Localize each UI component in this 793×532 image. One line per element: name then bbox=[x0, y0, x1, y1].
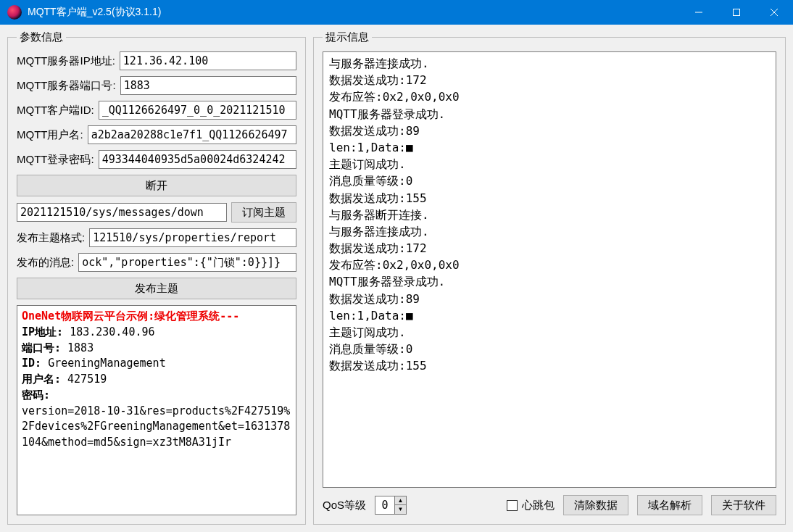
titlebar: MQTT客户端_v2.5(协议3.1.1) bbox=[0, 0, 793, 25]
server-port-label: MQTT服务器端口号: bbox=[17, 79, 116, 93]
qos-down-icon[interactable]: ▼ bbox=[394, 505, 406, 514]
client-id-input[interactable] bbox=[99, 101, 296, 120]
qos-spinner[interactable]: 0 ▲ ▼ bbox=[375, 496, 407, 515]
subscribe-button[interactable]: 订阅主题 bbox=[231, 202, 296, 223]
close-button[interactable] bbox=[755, 0, 793, 25]
publish-button[interactable]: 发布主题 bbox=[17, 278, 296, 299]
window-title: MQTT客户端_v2.5(协议3.1.1) bbox=[28, 6, 680, 19]
heartbeat-label: 心跳包 bbox=[522, 499, 555, 512]
minimize-button[interactable] bbox=[680, 0, 718, 25]
qos-up-icon[interactable]: ▲ bbox=[394, 496, 406, 505]
example-id-label: ID: bbox=[22, 357, 41, 370]
bottom-bar: QoS等级 0 ▲ ▼ 心跳包 清除数据 域名解析 关于软件 bbox=[323, 495, 776, 515]
client-id-label: MQTT客户端ID: bbox=[17, 104, 94, 117]
disconnect-button[interactable]: 断开 bbox=[17, 175, 296, 196]
example-title: OneNet物联网云平台示例:绿化管理系统--- bbox=[22, 309, 239, 323]
example-pwd-label: 密码: bbox=[22, 388, 50, 402]
minimize-icon bbox=[694, 8, 703, 17]
example-user: 427519 bbox=[67, 373, 107, 386]
username-label: MQTT用户名: bbox=[17, 128, 83, 142]
about-button[interactable]: 关于软件 bbox=[711, 495, 776, 515]
params-legend: 参数信息 bbox=[17, 30, 66, 44]
params-panel: 参数信息 MQTT服务器IP地址: MQTT服务器端口号: MQTT客户端ID:… bbox=[7, 30, 306, 525]
log-textarea[interactable]: 与服务器连接成功. 数据发送成功:172 发布应答:0x2,0x0,0x0 MQ… bbox=[323, 51, 776, 488]
password-label: MQTT登录密码: bbox=[17, 153, 94, 167]
checkbox-icon bbox=[507, 500, 518, 511]
qos-label: QoS等级 bbox=[323, 499, 366, 512]
example-port: 1883 bbox=[67, 341, 94, 354]
svg-rect-1 bbox=[734, 9, 740, 16]
maximize-icon bbox=[732, 8, 741, 17]
app-icon bbox=[7, 5, 22, 20]
username-input[interactable] bbox=[88, 125, 296, 144]
server-port-input[interactable] bbox=[120, 76, 296, 95]
publish-topic-label: 发布主题格式: bbox=[17, 231, 85, 245]
password-input[interactable] bbox=[99, 150, 296, 169]
example-user-label: 用户名: bbox=[22, 373, 61, 386]
qos-value: 0 bbox=[375, 499, 394, 512]
example-port-label: 端口号: bbox=[22, 341, 61, 354]
example-ip: 183.230.40.96 bbox=[70, 325, 154, 338]
server-ip-label: MQTT服务器IP地址: bbox=[17, 54, 115, 68]
publish-msg-input[interactable] bbox=[78, 253, 296, 272]
server-ip-input[interactable] bbox=[120, 51, 296, 70]
log-panel: 提示信息 与服务器连接成功. 数据发送成功:172 发布应答:0x2,0x0,0… bbox=[313, 30, 786, 525]
example-id: GreeningManagement bbox=[48, 357, 166, 370]
dns-button[interactable]: 域名解析 bbox=[637, 495, 702, 515]
publish-msg-label: 发布的消息: bbox=[17, 256, 74, 270]
close-icon bbox=[770, 8, 779, 17]
clear-button[interactable]: 清除数据 bbox=[563, 495, 628, 515]
log-legend: 提示信息 bbox=[323, 30, 372, 44]
publish-topic-input[interactable] bbox=[89, 228, 296, 247]
example-ip-label: IP地址: bbox=[22, 325, 63, 338]
example-textarea[interactable]: OneNet物联网云平台示例:绿化管理系统--- IP地址: 183.230.4… bbox=[17, 305, 296, 515]
subscribe-topic-input[interactable] bbox=[17, 203, 227, 222]
maximize-button[interactable] bbox=[718, 0, 755, 25]
example-pwd-body: version=2018-10-31&res=products%2F427519… bbox=[22, 404, 290, 449]
heartbeat-checkbox[interactable]: 心跳包 bbox=[507, 499, 555, 512]
